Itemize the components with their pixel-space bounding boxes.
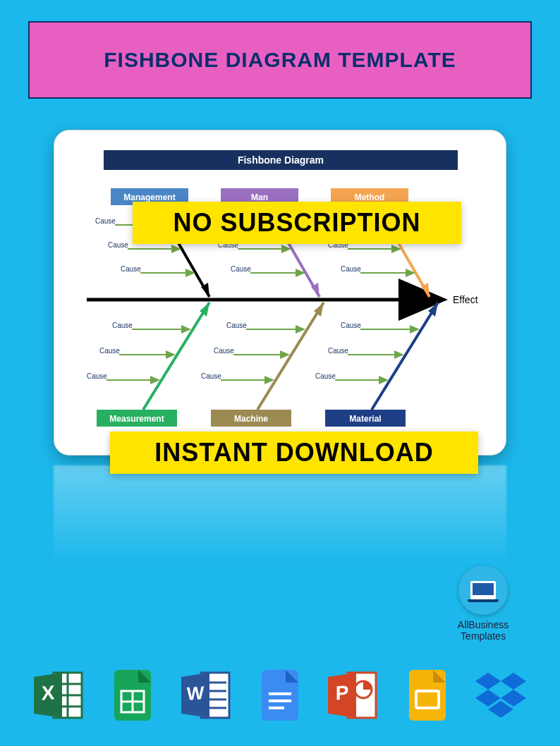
google-slides-icon: [398, 666, 457, 725]
svg-line-14: [143, 302, 209, 410]
brand-logo: AllBusiness Templates: [444, 565, 522, 642]
google-docs-icon: [250, 666, 310, 725]
svg-text:X: X: [42, 682, 55, 704]
brand-line2: Templates: [444, 630, 522, 642]
svg-marker-88: [501, 673, 526, 690]
brand-line1: AllBusiness: [444, 619, 522, 630]
cat-machine: Machine: [234, 414, 268, 424]
effect-label: Effect: [453, 294, 478, 305]
page-title: FISHBONE DIAGRAM TEMPLATE: [104, 48, 456, 72]
word-icon: W: [177, 666, 236, 725]
svg-text:Cause: Cause: [95, 217, 116, 225]
overlay-instant-download: INSTANT DOWNLOAD: [110, 432, 478, 474]
cat-management: Management: [123, 192, 175, 202]
svg-text:Cause: Cause: [99, 347, 120, 355]
svg-text:Cause: Cause: [87, 372, 107, 380]
app-icon-row: X W P: [30, 657, 530, 725]
svg-text:Cause: Cause: [315, 372, 336, 380]
diagram-card: Fishbone Diagram Effect Management Man M…: [54, 130, 506, 455]
svg-text:Cause: Cause: [121, 265, 141, 273]
svg-text:Cause: Cause: [112, 322, 133, 329]
cat-man: Man: [251, 192, 268, 202]
svg-text:W: W: [186, 682, 204, 704]
svg-line-18: [372, 302, 438, 410]
diagram-title: Fishbone Diagram: [238, 154, 324, 166]
svg-line-16: [257, 302, 324, 410]
cat-measurement: Measurement: [109, 414, 164, 424]
google-sheets-icon: [103, 666, 162, 725]
svg-text:Cause: Cause: [341, 322, 361, 329]
svg-text:Cause: Cause: [328, 347, 348, 355]
svg-text:Cause: Cause: [341, 265, 361, 273]
svg-text:Cause: Cause: [231, 265, 251, 273]
dropbox-icon: [471, 666, 530, 725]
laptop-icon: [458, 565, 508, 615]
card-reflection: [54, 465, 506, 606]
cat-material: Material: [349, 414, 381, 424]
svg-text:Cause: Cause: [214, 347, 234, 355]
header-banner: FISHBONE DIAGRAM TEMPLATE: [28, 21, 532, 99]
cat-method: Method: [355, 192, 385, 202]
svg-text:Cause: Cause: [108, 241, 128, 249]
overlay-no-subscription: NO SUBSCRIPTION: [133, 202, 461, 244]
svg-marker-87: [475, 673, 501, 690]
svg-text:P: P: [336, 682, 349, 704]
svg-text:Cause: Cause: [226, 322, 247, 329]
excel-icon: X: [30, 666, 89, 725]
svg-text:Cause: Cause: [201, 372, 221, 380]
powerpoint-icon: P: [324, 666, 383, 725]
